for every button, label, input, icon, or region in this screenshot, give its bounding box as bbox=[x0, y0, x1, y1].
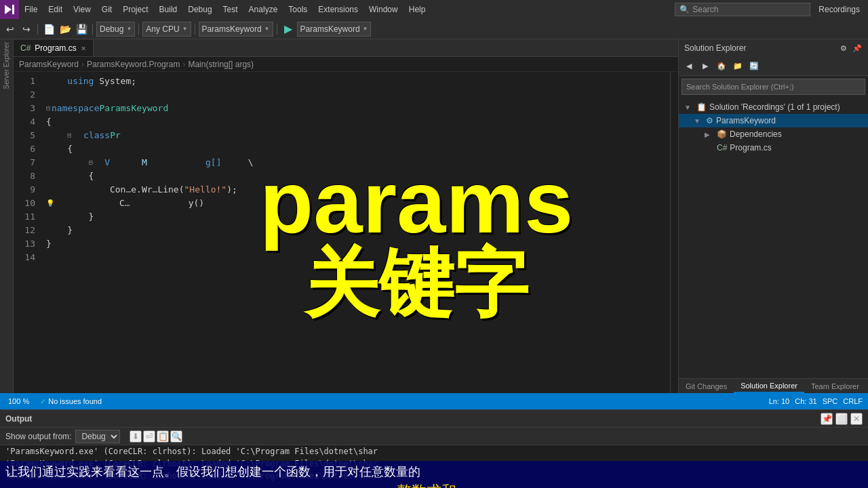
project-icon: ⚙ bbox=[706, 116, 713, 125]
output-filter-dropdown[interactable]: Debug bbox=[75, 430, 120, 443]
menu-debug[interactable]: Debug bbox=[182, 0, 217, 19]
tree-item-project[interactable]: ▼ ⚙ ParamsKeyword bbox=[679, 114, 868, 127]
output-panel-header: Output 📌 ⬜ ✕ bbox=[0, 410, 868, 428]
tree-item-program-cs[interactable]: ▶ C# Program.cs bbox=[679, 141, 868, 155]
breadcrumb-project[interactable]: ParamsKeyword bbox=[19, 60, 79, 69]
search-text: Search bbox=[692, 5, 718, 14]
sol-forward-btn[interactable]: ▶ bbox=[698, 59, 713, 74]
tab-label: Program.cs bbox=[35, 43, 76, 53]
search-icon: 🔍 bbox=[679, 5, 690, 14]
editor-scrollbar[interactable] bbox=[670, 72, 678, 393]
open-btn[interactable]: 📂 bbox=[58, 22, 73, 37]
output-float-btn[interactable]: ⬜ bbox=[835, 413, 848, 425]
output-controls: 📌 ⬜ ✕ bbox=[821, 413, 863, 425]
tree-expand-project: ▼ bbox=[694, 117, 703, 125]
solution-search-placeholder: Search Solution Explorer (Ctrl+;) bbox=[686, 83, 794, 91]
code-line-12: } bbox=[46, 224, 665, 237]
menu-build[interactable]: Build bbox=[154, 0, 183, 19]
redo-btn[interactable]: ↪ bbox=[19, 22, 34, 37]
status-bar: 100 % ✓ No issues found Ln: 10 Ch: 31 SP… bbox=[0, 393, 868, 409]
subtitle-line1: 让我们通过实践来看看这一点。假设我们想创建一个函数，用于对任意数量的 bbox=[5, 464, 863, 480]
menu-test[interactable]: Test bbox=[218, 0, 243, 19]
menu-file[interactable]: File bbox=[19, 0, 43, 19]
toolbar: ↩ ↪ 📄 📂 💾 Debug ▼ Any CPU ▼ ParamsKeywor… bbox=[0, 19, 868, 39]
breadcrumb: ParamsKeyword › ParamsKeyword.Program › … bbox=[14, 57, 678, 72]
status-issues[interactable]: ✓ No issues found bbox=[37, 397, 104, 406]
breadcrumb-class[interactable]: ParamsKeyword.Program bbox=[87, 60, 180, 69]
menu-window[interactable]: Window bbox=[363, 0, 403, 19]
solution-explorer-header: Solution Explorer ⚙ 📌 bbox=[679, 39, 868, 57]
save-btn[interactable]: 💾 bbox=[74, 22, 89, 37]
tree-expand-solution: ▼ bbox=[684, 104, 694, 111]
right-panel-tabs: Git Changes Solution Explorer Team Explo… bbox=[679, 378, 868, 393]
breadcrumb-sep-2: › bbox=[182, 60, 185, 69]
code-line-2 bbox=[46, 88, 665, 102]
solution-explorer-pin-btn[interactable]: 📌 bbox=[852, 43, 863, 54]
sol-back-btn[interactable]: ◀ bbox=[682, 59, 696, 74]
solution-search[interactable]: Search Solution Explorer (Ctrl+;) bbox=[682, 79, 865, 95]
solution-explorer-toolbar: ◀ ▶ 🏠 📁 🔄 bbox=[679, 57, 868, 76]
tab-team-explorer[interactable]: Team Explorer bbox=[804, 379, 866, 393]
code-line-8: { bbox=[46, 169, 665, 183]
output-close-btn[interactable]: ✕ bbox=[850, 413, 863, 425]
tab-program-cs[interactable]: C# Program.cs ✕ bbox=[14, 40, 94, 56]
menu-view[interactable]: View bbox=[68, 0, 96, 19]
sol-show-files-btn[interactable]: 📁 bbox=[730, 59, 745, 74]
code-line-3: ⊟namespace ParamsKeyword bbox=[46, 102, 665, 115]
title-bar: File Edit View Git Project Build Debug T… bbox=[0, 0, 868, 19]
solution-icon: 📋 bbox=[696, 102, 707, 112]
output-panel: Output 📌 ⬜ ✕ Show output from: Debug ⬇ ⏎… bbox=[0, 409, 868, 488]
tree-item-solution[interactable]: ▼ 📋 Solution 'Recordings' (1 of 1 projec… bbox=[679, 100, 868, 114]
code-line-14 bbox=[46, 251, 665, 264]
program-cs-icon: C# bbox=[717, 143, 727, 152]
vs-logo bbox=[0, 0, 19, 19]
solution-explorer-settings-btn[interactable]: ⚙ bbox=[838, 43, 849, 54]
run-dropdown[interactable]: ParamsKeyword ▼ bbox=[297, 22, 372, 37]
code-text[interactable]: using System; ⊟namespace ParamsKeyword {… bbox=[41, 72, 670, 393]
status-zoom[interactable]: 100 % bbox=[5, 397, 32, 405]
code-line-6: { bbox=[46, 142, 665, 156]
output-wrap-btn[interactable]: ⏎ bbox=[143, 430, 155, 443]
sol-refresh-btn[interactable]: 🔄 bbox=[747, 59, 762, 74]
line-number: Ln: 10 bbox=[769, 397, 790, 405]
encoding-label: SPC bbox=[823, 397, 838, 405]
debug-config-dropdown[interactable]: Debug ▼ bbox=[96, 22, 135, 37]
subtitle-overlay: 让我们通过实践来看看这一点。假设我们想创建一个函数，用于对任意数量的 整数求和。 bbox=[0, 461, 868, 488]
code-line-9: Con…e.Wr…Line("Hello!"); bbox=[46, 183, 665, 197]
output-content: 'ParamsKeyword.exe' (CoreCLR: clrhost): … bbox=[0, 445, 868, 488]
output-copy-btn[interactable]: 📋 bbox=[157, 430, 169, 443]
menu-tools[interactable]: Tools bbox=[283, 0, 313, 19]
menu-help[interactable]: Help bbox=[403, 0, 431, 19]
breadcrumb-sep-1: › bbox=[81, 60, 84, 69]
menu-project[interactable]: Project bbox=[117, 0, 153, 19]
code-editor[interactable]: 1 2 3 4 5 6 7 8 9 10 11 12 13 14 using S… bbox=[14, 72, 678, 393]
tree-item-dependencies[interactable]: ▶ 📦 Dependencies bbox=[679, 127, 868, 141]
output-pin-btn[interactable]: 📌 bbox=[821, 413, 833, 425]
tab-close-icon[interactable]: ✕ bbox=[81, 45, 86, 52]
menu-extensions[interactable]: Extensions bbox=[313, 0, 363, 19]
tab-solution-explorer[interactable]: Solution Explorer bbox=[734, 379, 804, 393]
output-scroll-btn[interactable]: ⬇ bbox=[130, 430, 142, 443]
code-line-13: } bbox=[46, 237, 665, 251]
tab-icon: C# bbox=[20, 43, 31, 53]
tree-label-program-cs: Program.cs bbox=[730, 143, 771, 152]
menu-analyze[interactable]: Analyze bbox=[243, 0, 283, 19]
undo-btn[interactable]: ↩ bbox=[3, 22, 18, 37]
toolbar-separator-3 bbox=[138, 24, 139, 35]
new-file-btn[interactable]: 📄 bbox=[41, 22, 56, 37]
project-dropdown[interactable]: ParamsKeyword ▼ bbox=[199, 22, 273, 37]
breadcrumb-method[interactable]: Main(string[] args) bbox=[188, 60, 254, 69]
menu-git[interactable]: Git bbox=[96, 0, 117, 19]
run-button[interactable]: ▶ bbox=[281, 22, 296, 37]
platform-dropdown[interactable]: Any CPU ▼ bbox=[142, 22, 191, 37]
sol-home-btn[interactable]: 🏠 bbox=[714, 59, 729, 74]
server-explorer-gutter: Server Explorer bbox=[0, 39, 14, 393]
tab-git-changes[interactable]: Git Changes bbox=[679, 379, 734, 393]
solution-explorer-title: Solution Explorer bbox=[684, 43, 746, 53]
menu-edit[interactable]: Edit bbox=[43, 0, 68, 19]
status-right: Ln: 10 Ch: 31 SPC CRLF bbox=[769, 397, 863, 405]
toolbar-separator-2 bbox=[92, 24, 93, 35]
editor-tabs: C# Program.cs ✕ bbox=[14, 39, 678, 57]
title-search[interactable]: 🔍 Search bbox=[675, 3, 810, 16]
output-search-btn[interactable]: 🔍 bbox=[170, 430, 182, 443]
